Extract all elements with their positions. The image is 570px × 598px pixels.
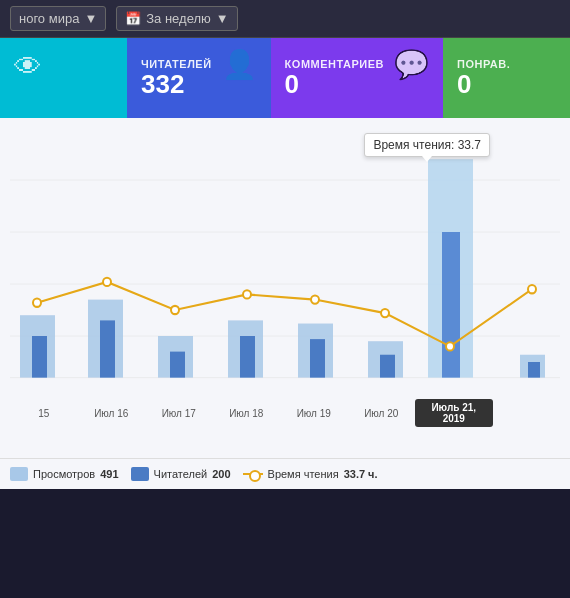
legend-label-views: Просмотров (33, 468, 95, 480)
tooltip-text: Время чтения: 33.7 (373, 138, 481, 152)
legend-label-readers: Читателей (154, 468, 208, 480)
svg-point-22 (103, 278, 111, 286)
readers-label: ЧИТАТЕЛЕЙ (141, 58, 212, 70)
chevron-down-icon: ▼ (84, 11, 97, 26)
x-label-21: Июль 21, 2019 (415, 399, 493, 427)
x-label-18: Июл 18 (213, 408, 281, 419)
calendar-icon: 📅 (125, 11, 141, 26)
svg-point-21 (33, 299, 41, 307)
comment-icon: 💬 (394, 48, 429, 81)
period-dropdown[interactable]: 📅 За неделю ▼ (116, 6, 237, 31)
svg-rect-16 (380, 355, 395, 378)
x-label-15: 15 (10, 408, 78, 419)
svg-rect-10 (170, 352, 185, 378)
x-label-19: Июл 19 (280, 408, 348, 419)
legend-label-time: Время чтения (268, 468, 339, 480)
likes-value: 0 (457, 70, 556, 99)
stat-content-readers: ЧИТАТЕЛЕЙ 332 (141, 58, 212, 99)
period-label: За неделю (146, 11, 211, 26)
dropdown-label: ного мира (19, 11, 79, 26)
stat-content-likes: ПОНРАВ. 0 (457, 58, 556, 99)
stat-content-comments: КОММЕНТАРИЕВ 0 (285, 58, 384, 99)
svg-rect-18 (442, 232, 460, 378)
top-bar: ного мира ▼ 📅 За неделю ▼ (0, 0, 570, 38)
comments-value: 0 (285, 70, 384, 99)
svg-point-26 (381, 309, 389, 317)
stat-card-readers: ЧИТАТЕЛЕЙ 332 👤 (127, 38, 271, 118)
svg-rect-8 (100, 320, 115, 377)
readers-value: 332 (141, 70, 212, 99)
x-axis: 15 Июл 16 Июл 17 Июл 18 Июл 19 Июл 20 Ию… (10, 393, 560, 433)
legend-box-readers (131, 467, 149, 481)
stat-card-views: 👁 (0, 38, 127, 118)
chart-container[interactable] (10, 128, 560, 388)
chart-area: Время чтения: 33.7 (0, 118, 570, 458)
legend-value-views: 491 (100, 468, 118, 480)
tooltip: Время чтения: 33.7 (364, 133, 490, 157)
world-dropdown[interactable]: ного мира ▼ (10, 6, 106, 31)
svg-rect-20 (528, 362, 540, 378)
chevron-down-icon: ▼ (216, 11, 229, 26)
x-label-20: Июл 20 (348, 408, 416, 419)
stats-row: 👁 ЧИТАТЕЛЕЙ 332 👤 КОММЕНТАРИЕВ 0 💬 ПОНРА… (0, 38, 570, 118)
svg-rect-14 (310, 339, 325, 377)
svg-point-25 (311, 295, 319, 303)
legend-value-readers: 200 (212, 468, 230, 480)
legend-item-time: Время чтения 33.7 ч. (243, 468, 378, 480)
legend-value-time: 33.7 ч. (344, 468, 378, 480)
legend-item-readers: Читателей 200 (131, 467, 231, 481)
legend: Просмотров 491 Читателей 200 Время чтени… (0, 458, 570, 489)
eye-icon: 👁 (14, 50, 42, 83)
legend-item-views: Просмотров 491 (10, 467, 119, 481)
svg-point-27 (446, 342, 454, 350)
legend-box-views (10, 467, 28, 481)
legend-line-time (243, 473, 263, 475)
x-label-16: Июл 16 (78, 408, 146, 419)
stat-card-comments: КОММЕНТАРИЕВ 0 💬 (271, 38, 443, 118)
svg-point-23 (171, 306, 179, 314)
person-icon: 👤 (222, 48, 257, 81)
likes-label: ПОНРАВ. (457, 58, 556, 70)
svg-point-24 (243, 290, 251, 298)
chart-svg (10, 128, 560, 388)
comments-label: КОММЕНТАРИЕВ (285, 58, 384, 70)
stat-card-likes: ПОНРАВ. 0 (443, 38, 570, 118)
svg-rect-12 (240, 336, 255, 378)
svg-point-28 (528, 285, 536, 293)
svg-rect-6 (32, 336, 47, 378)
x-label-17: Июл 17 (145, 408, 213, 419)
